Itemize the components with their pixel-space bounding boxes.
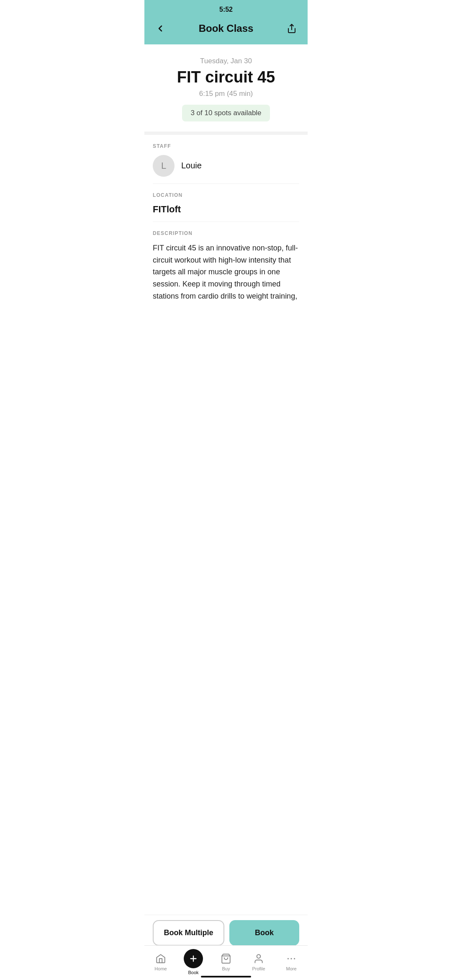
avatar: L xyxy=(153,155,175,177)
description-label: DESCRIPTION xyxy=(153,230,299,236)
content-area: STAFF L Louie LOCATION FITloft DESCRIPTI… xyxy=(144,135,308,376)
staff-name: Louie xyxy=(181,161,202,170)
staff-section: STAFF L Louie xyxy=(153,135,299,184)
status-time: 5:52 xyxy=(219,6,233,13)
staff-row: L Louie xyxy=(153,155,299,177)
spots-badge: 3 of 10 spots available xyxy=(182,105,270,121)
location-label: LOCATION xyxy=(153,192,299,198)
class-name: FIT circuit 45 xyxy=(153,69,299,86)
staff-label: STAFF xyxy=(153,143,299,149)
location-section: LOCATION FITloft xyxy=(153,184,299,222)
page-title: Book Class xyxy=(199,23,254,34)
header: Book Class xyxy=(144,18,308,44)
class-info-section: Tuesday, Jan 30 FIT circuit 45 6:15 pm (… xyxy=(144,44,308,135)
description-text: FIT circuit 45 is an innovative non-stop… xyxy=(153,242,299,302)
share-button[interactable] xyxy=(284,21,299,36)
status-bar: 5:52 xyxy=(144,0,308,18)
class-time: 6:15 pm (45 min) xyxy=(153,90,299,98)
description-section: DESCRIPTION FIT circuit 45 is an innovat… xyxy=(153,222,299,309)
class-date: Tuesday, Jan 30 xyxy=(153,57,299,65)
back-button[interactable] xyxy=(153,21,168,36)
location-name: FITloft xyxy=(153,204,299,215)
